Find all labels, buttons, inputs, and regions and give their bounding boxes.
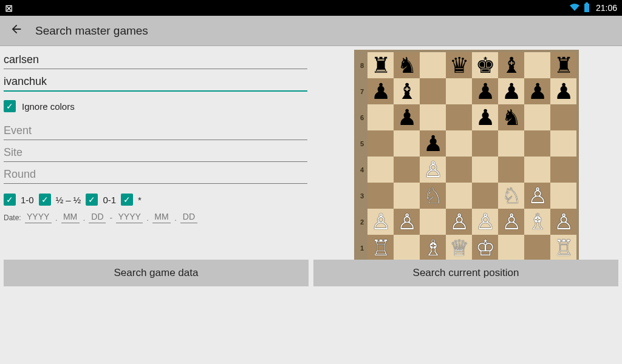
- chessboard[interactable]: 8♜♞♛♚♝♜7♟♝♟♟♟♟6♟♟♞5♟4♙3♘♘♙2♙♙♙♙♙♗♙1♖♗♕♔♖…: [354, 50, 579, 273]
- board-square[interactable]: [550, 157, 576, 183]
- board-square[interactable]: [394, 130, 420, 157]
- board-square[interactable]: [367, 183, 394, 209]
- board-square[interactable]: [446, 104, 472, 130]
- board-square[interactable]: [394, 183, 420, 209]
- board-square[interactable]: ♗: [420, 235, 446, 261]
- board-square[interactable]: ♟: [472, 104, 498, 130]
- board-square[interactable]: [524, 235, 550, 261]
- board-panel: 8♜♞♛♚♝♜7♟♝♟♟♟♟6♟♟♞5♟4♙3♘♘♙2♙♙♙♙♙♗♙1♖♗♕♔♖…: [311, 46, 622, 364]
- board-square[interactable]: ♙: [524, 183, 550, 209]
- board-square[interactable]: [394, 235, 420, 261]
- board-square[interactable]: [420, 104, 446, 130]
- event-input[interactable]: [4, 121, 307, 140]
- board-square[interactable]: ♚: [472, 52, 498, 78]
- board-square[interactable]: [472, 130, 498, 157]
- board-square[interactable]: [498, 235, 524, 261]
- board-square[interactable]: [446, 183, 472, 209]
- battery-icon: [584, 2, 590, 14]
- player1-input[interactable]: [4, 50, 307, 69]
- wifi-icon: [569, 3, 580, 13]
- board-square[interactable]: [446, 78, 472, 104]
- board-square[interactable]: ♘: [420, 183, 446, 209]
- board-square[interactable]: ♞: [498, 104, 524, 130]
- board-square[interactable]: [524, 157, 550, 183]
- board-square[interactable]: ♙: [446, 209, 472, 235]
- board-square[interactable]: [446, 157, 472, 183]
- result-1-0-checkbox[interactable]: ✓: [4, 194, 16, 206]
- board-square[interactable]: [420, 78, 446, 104]
- search-current-position-button[interactable]: Search current position: [313, 260, 618, 286]
- board-square[interactable]: ♟: [367, 78, 394, 104]
- board-square[interactable]: ♙: [550, 209, 576, 235]
- search-game-data-button[interactable]: Search game data: [4, 260, 309, 286]
- board-square[interactable]: ♙: [394, 209, 420, 235]
- board-square[interactable]: [367, 130, 394, 157]
- board-square[interactable]: ♙: [367, 209, 394, 235]
- app-bar: Search master games: [0, 16, 622, 46]
- board-square[interactable]: ♞: [394, 52, 420, 78]
- page-title: Search master games: [35, 24, 148, 38]
- board-square[interactable]: ♛: [446, 52, 472, 78]
- rank-label: 2: [357, 209, 367, 235]
- rank-label: 5: [357, 130, 367, 157]
- board-square[interactable]: ♟: [498, 78, 524, 104]
- date-from-day[interactable]: [89, 212, 106, 223]
- result-draw-checkbox[interactable]: ✓: [39, 194, 51, 206]
- date-label: Date:: [4, 214, 21, 222]
- round-input[interactable]: [4, 164, 307, 184]
- board-square[interactable]: ♜: [550, 52, 576, 78]
- board-square[interactable]: ♟: [550, 78, 576, 104]
- date-from-month[interactable]: [61, 212, 80, 223]
- board-square[interactable]: ♙: [498, 209, 524, 235]
- board-square[interactable]: [550, 104, 576, 130]
- site-input[interactable]: [4, 143, 307, 162]
- board-square[interactable]: ♕: [446, 235, 472, 261]
- board-square[interactable]: ♟: [472, 78, 498, 104]
- board-square[interactable]: [498, 130, 524, 157]
- board-square[interactable]: [524, 104, 550, 130]
- rank-label: 7: [357, 78, 367, 104]
- board-square[interactable]: [367, 104, 394, 130]
- board-square[interactable]: [367, 157, 394, 183]
- result-draw-label: ½ – ½: [56, 195, 81, 205]
- status-bar: ⊠ 21:06: [0, 0, 622, 16]
- date-from-year[interactable]: [25, 212, 52, 223]
- board-square[interactable]: [472, 157, 498, 183]
- board-square[interactable]: [420, 52, 446, 78]
- board-square[interactable]: ♝: [498, 52, 524, 78]
- result-0-1-label: 0-1: [103, 195, 116, 205]
- board-square[interactable]: ♘: [498, 183, 524, 209]
- board-square[interactable]: [498, 157, 524, 183]
- result-any-checkbox[interactable]: ✓: [121, 194, 133, 206]
- board-square[interactable]: [524, 130, 550, 157]
- board-square[interactable]: [420, 209, 446, 235]
- date-range-row: Date: . . - . .: [4, 212, 307, 223]
- date-to-month[interactable]: [152, 212, 171, 223]
- player2-input[interactable]: [4, 72, 307, 92]
- board-square[interactable]: [524, 52, 550, 78]
- board-square[interactable]: ♖: [367, 235, 394, 261]
- back-arrow-icon[interactable]: [10, 22, 23, 39]
- board-square[interactable]: ♗: [524, 209, 550, 235]
- board-square[interactable]: [446, 130, 472, 157]
- clock-text: 21:06: [596, 3, 617, 13]
- ignore-colors-checkbox[interactable]: ✓: [4, 100, 16, 112]
- date-to-year[interactable]: [116, 212, 143, 223]
- board-square[interactable]: ♟: [524, 78, 550, 104]
- board-square[interactable]: ♟: [420, 130, 446, 157]
- results-filter-row: ✓ 1-0 ✓ ½ – ½ ✓ 0-1 ✓ *: [4, 194, 307, 206]
- board-square[interactable]: [472, 183, 498, 209]
- app-placeholder-icon: ⊠: [5, 3, 13, 13]
- board-square[interactable]: ♙: [472, 209, 498, 235]
- board-square[interactable]: [394, 157, 420, 183]
- board-square[interactable]: ♖: [550, 235, 576, 261]
- board-square[interactable]: ♙: [420, 157, 446, 183]
- date-to-day[interactable]: [180, 212, 197, 223]
- result-0-1-checkbox[interactable]: ✓: [86, 194, 98, 206]
- board-square[interactable]: [550, 183, 576, 209]
- board-square[interactable]: ♔: [472, 235, 498, 261]
- board-square[interactable]: ♟: [394, 104, 420, 130]
- board-square[interactable]: ♜: [367, 52, 394, 78]
- board-square[interactable]: [550, 130, 576, 157]
- board-square[interactable]: ♝: [394, 78, 420, 104]
